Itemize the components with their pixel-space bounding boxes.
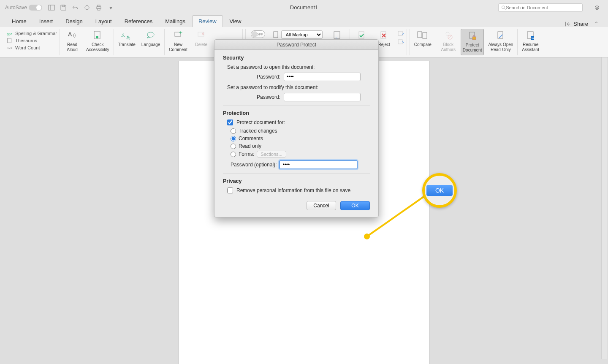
tab-mailings[interactable]: Mailings bbox=[159, 16, 191, 27]
search-icon bbox=[501, 5, 506, 10]
language-button[interactable]: Language bbox=[140, 29, 162, 55]
forms-radio[interactable] bbox=[231, 152, 236, 157]
ribbon-tabs: Home Insert Design Layout References Mai… bbox=[0, 15, 608, 27]
svg-rect-23 bbox=[334, 32, 340, 38]
language-icon bbox=[146, 30, 156, 41]
document-icon bbox=[273, 31, 280, 38]
search-input[interactable] bbox=[498, 3, 583, 12]
always-open-readonly-button[interactable]: Always Open Read-Only bbox=[486, 29, 515, 55]
tab-references[interactable]: References bbox=[119, 16, 158, 27]
thesaurus-button[interactable]: Thesaurus bbox=[7, 38, 57, 43]
callout-magnifier: OK bbox=[422, 173, 457, 208]
security-header: Security bbox=[223, 55, 370, 61]
share-icon bbox=[565, 21, 571, 27]
vertical-scrollbar[interactable] bbox=[601, 57, 607, 359]
tab-layout[interactable]: Layout bbox=[90, 16, 118, 27]
read-only-radio[interactable] bbox=[231, 144, 236, 149]
optional-password-input[interactable] bbox=[279, 160, 358, 169]
check-accessibility-button[interactable]: Check Accessibility bbox=[84, 29, 111, 55]
title-bar: AutoSave ▾ Document1 ☺ bbox=[0, 0, 608, 15]
svg-text:+: + bbox=[179, 30, 182, 36]
svg-rect-10 bbox=[8, 38, 11, 43]
compare-button[interactable]: Compare bbox=[413, 29, 433, 55]
protect-document-button[interactable]: Protect Document bbox=[461, 29, 484, 55]
tracked-changes-label: Tracked changes bbox=[239, 128, 277, 134]
save-icon[interactable] bbox=[60, 4, 67, 11]
privacy-header: Privacy bbox=[223, 178, 370, 184]
compare-icon bbox=[417, 30, 429, 41]
tab-design[interactable]: Design bbox=[60, 16, 88, 27]
svg-rect-26 bbox=[398, 31, 402, 35]
password-protect-dialog: Password Protect Security Set a password… bbox=[214, 39, 379, 217]
accessibility-icon bbox=[92, 30, 103, 41]
readonly-icon bbox=[496, 30, 506, 41]
translate-icon: 文あ bbox=[121, 30, 132, 41]
search-field[interactable] bbox=[506, 5, 580, 10]
tab-insert[interactable]: Insert bbox=[33, 16, 59, 27]
svg-rect-2 bbox=[62, 5, 65, 7]
svg-point-7 bbox=[502, 5, 505, 8]
svg-text:あ: あ bbox=[126, 35, 130, 40]
change-nav-group bbox=[396, 29, 407, 55]
protect-for-label: Protect document for: bbox=[236, 120, 285, 125]
svg-point-30 bbox=[446, 32, 449, 35]
password-label: Password: bbox=[227, 74, 284, 80]
remove-personal-checkbox[interactable] bbox=[227, 187, 233, 193]
previous-change-button[interactable] bbox=[397, 30, 406, 38]
next-change-button[interactable] bbox=[397, 39, 406, 46]
svg-line-32 bbox=[448, 35, 452, 39]
svg-text:A: A bbox=[68, 31, 72, 38]
read-only-label: Read only bbox=[239, 143, 261, 149]
svg-line-8 bbox=[505, 8, 506, 10]
share-button[interactable]: Share ⌃ bbox=[562, 21, 602, 27]
customize-icon[interactable]: ▾ bbox=[107, 4, 114, 11]
read-aloud-button[interactable]: A Read Aloud bbox=[62, 29, 82, 55]
sections-button: Sections... bbox=[257, 151, 286, 158]
tracked-changes-radio[interactable] bbox=[231, 128, 236, 134]
print-icon[interactable] bbox=[95, 4, 102, 11]
set-modify-password-label: Set a password to modify this document: bbox=[227, 84, 370, 90]
cancel-button[interactable]: Cancel bbox=[307, 201, 336, 210]
svg-point-14 bbox=[96, 36, 98, 38]
password-optional-label: Password (optional): bbox=[231, 162, 277, 168]
feedback-icon[interactable]: ☺ bbox=[594, 4, 600, 11]
delete-icon: × bbox=[196, 30, 206, 41]
document-title: Document1 bbox=[290, 4, 318, 11]
open-password-input[interactable] bbox=[284, 73, 361, 81]
markup-select[interactable]: All Markup bbox=[281, 30, 323, 39]
autosave-label: AutoSave bbox=[5, 5, 27, 11]
autosave-toggle[interactable]: AutoSave bbox=[5, 5, 42, 11]
protect-for-checkbox[interactable] bbox=[227, 120, 233, 125]
word-count-button[interactable]: 123Word Count bbox=[7, 45, 57, 51]
password-label-2: Password: bbox=[227, 94, 284, 100]
callout-ok-zoom: OK bbox=[426, 185, 453, 196]
redo-icon[interactable] bbox=[84, 4, 90, 11]
tab-review[interactable]: Review bbox=[192, 15, 223, 27]
comments-label: Comments bbox=[239, 136, 263, 141]
sidebar-icon[interactable] bbox=[48, 4, 55, 11]
set-open-password-label: Set a password to open this document: bbox=[227, 64, 370, 70]
collapse-ribbon-icon[interactable]: ⌃ bbox=[594, 21, 599, 27]
svg-rect-28 bbox=[418, 32, 422, 38]
protection-header: Protection bbox=[223, 110, 370, 116]
resume-assistant-button[interactable]: in Resume Assistant bbox=[520, 29, 541, 55]
comments-radio[interactable] bbox=[231, 136, 236, 141]
svg-text:文: 文 bbox=[121, 33, 125, 37]
dialog-title: Password Protect bbox=[214, 40, 378, 50]
spelling-grammar-button[interactable]: abcSpelling & Grammar bbox=[7, 30, 57, 36]
tab-home[interactable]: Home bbox=[6, 16, 33, 27]
speaker-icon: A bbox=[67, 30, 77, 41]
ok-button[interactable]: OK bbox=[340, 201, 370, 210]
autosave-switch-icon[interactable] bbox=[29, 5, 42, 11]
track-changes-toggle[interactable]: OFF bbox=[251, 30, 265, 38]
modify-password-input[interactable] bbox=[284, 93, 361, 101]
delete-comment-button[interactable]: × Delete bbox=[192, 29, 211, 55]
undo-icon[interactable] bbox=[72, 4, 79, 11]
lock-icon bbox=[467, 30, 478, 42]
block-authors-icon bbox=[443, 30, 453, 41]
translate-button[interactable]: 文あ Translate bbox=[117, 29, 137, 55]
tab-view[interactable]: View bbox=[224, 16, 247, 27]
new-comment-button[interactable]: + New Comment bbox=[167, 29, 189, 55]
svg-rect-5 bbox=[98, 5, 100, 7]
share-label: Share bbox=[573, 21, 588, 27]
